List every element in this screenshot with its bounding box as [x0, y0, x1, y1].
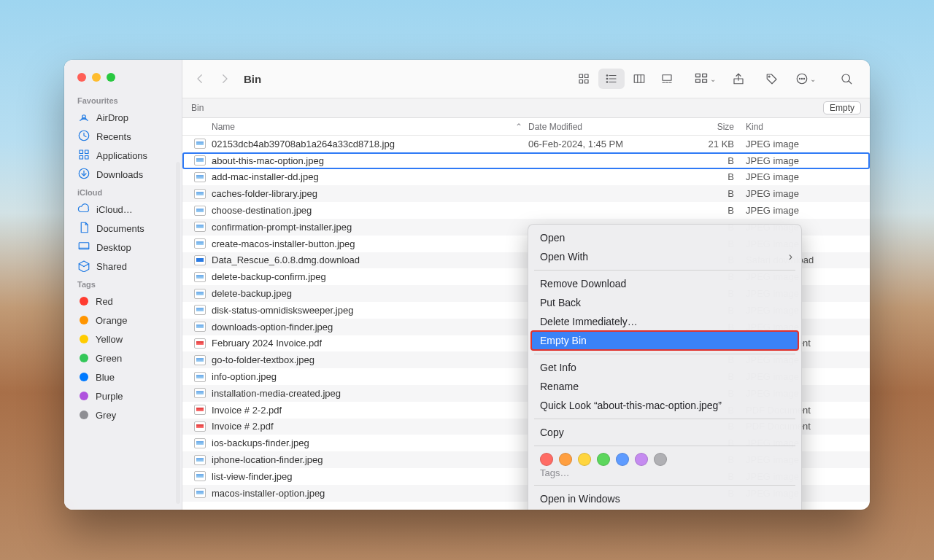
svg-point-37	[803, 78, 804, 79]
file-name: downloads-option-finder.jpeg	[212, 322, 333, 332]
file-icon	[194, 189, 206, 199]
sidebar-scrollbar[interactable]	[176, 162, 180, 504]
ctx-tag-color[interactable]	[635, 453, 648, 466]
ctx-tag-color[interactable]	[654, 453, 667, 466]
sidebar-item-label: Grey	[96, 410, 116, 421]
ctx-put-back[interactable]: Put Back	[528, 293, 801, 312]
file-name: about-this-mac-option.jpeg	[212, 155, 324, 166]
ctx-tag-color[interactable]	[540, 453, 553, 466]
grid-icon	[577, 72, 590, 85]
ctx-reveal-in-windows[interactable]: Reveal in Windows	[528, 508, 801, 510]
ctx-tag-color[interactable]	[597, 453, 610, 466]
ctx-empty-bin[interactable]: Empty Bin	[531, 331, 798, 350]
airdrop-icon	[77, 110, 90, 125]
ctx-open-in-windows[interactable]: Open in Windows	[528, 489, 801, 508]
sidebar-item-downloads[interactable]: Downloads	[64, 165, 182, 184]
icon-view-button[interactable]	[571, 69, 597, 89]
column-name[interactable]: Name	[212, 122, 235, 132]
close-button[interactable]	[77, 73, 86, 82]
table-row[interactable]: 02153dcb4ab39708ab1a264a33cd8718.jpg06-F…	[182, 136, 870, 152]
sidebar-item-desktop[interactable]: Desktop	[64, 238, 182, 257]
sidebar-item-green[interactable]: Green	[64, 349, 182, 368]
ctx-rename[interactable]: Rename	[528, 377, 801, 396]
file-name: iphone-location-finder.jpeg	[212, 454, 323, 465]
sidebar-item-blue[interactable]: Blue	[64, 368, 182, 386]
file-icon	[194, 155, 206, 166]
gallery-view-button[interactable]	[654, 69, 680, 89]
ctx-tag-color[interactable]	[578, 453, 591, 466]
ctx-tags-label[interactable]: Tags…	[528, 467, 801, 481]
columns-icon	[633, 72, 646, 85]
ctx-open-with[interactable]: Open With	[528, 247, 801, 266]
minimize-button[interactable]	[92, 73, 101, 82]
sidebar-item-airdrop[interactable]: AirDrop	[64, 108, 182, 127]
sidebar-item-recents[interactable]: Recents	[64, 127, 182, 146]
file-name: February 2024 Invoice.pdf	[212, 338, 322, 349]
path-crumb[interactable]: Bin	[191, 103, 204, 113]
file-name: add-mac-installer-dd.jpeg	[212, 171, 319, 182]
file-icon	[194, 139, 206, 149]
file-name: Data_Rescue_6.0.8.dmg.download	[212, 254, 360, 265]
ctx-get-info[interactable]: Get Info	[528, 358, 801, 377]
file-name: delete-backup.jpeg	[212, 288, 292, 299]
column-size[interactable]: Size	[676, 122, 746, 132]
sidebar-item-documents[interactable]: Documents	[64, 219, 182, 238]
sidebar-item-orange[interactable]: Orange	[64, 311, 182, 330]
column-view-button[interactable]	[626, 69, 652, 89]
path-bar: Bin Empty	[182, 98, 870, 118]
ctx-delete-immediately[interactable]: Delete Immediately…	[528, 312, 801, 331]
action-button[interactable]: ⌄	[794, 69, 817, 89]
ctx-tag-color[interactable]	[559, 453, 572, 466]
shared-icon	[77, 259, 90, 274]
tags-button[interactable]	[760, 69, 784, 89]
window-title: Bin	[244, 73, 261, 85]
group-by-button[interactable]: ⌄	[693, 69, 717, 89]
ctx-copy[interactable]: Copy	[528, 423, 801, 442]
zoom-button[interactable]	[107, 73, 115, 82]
file-name: 02153dcb4ab39708ab1a264a33cd8718.jpg	[212, 139, 395, 149]
column-date[interactable]: Date Modified	[528, 122, 676, 132]
sidebar-item-label: Applications	[96, 150, 147, 161]
file-icon	[194, 305, 206, 315]
recents-icon	[77, 129, 90, 144]
table-row[interactable]: add-mac-installer-dd.jpegBJPEG image	[182, 169, 870, 186]
table-row[interactable]: choose-destination.jpegBJPEG image	[182, 202, 870, 219]
forward-button[interactable]	[215, 69, 235, 89]
group-icon	[694, 71, 709, 86]
sidebar-item-icloud-[interactable]: iCloud…	[64, 200, 182, 219]
sidebar-item-applications[interactable]: Applications	[64, 146, 182, 165]
column-kind[interactable]: Kind	[746, 122, 861, 132]
file-size: B	[676, 205, 746, 216]
empty-bin-button[interactable]: Empty	[823, 101, 861, 114]
share-button[interactable]	[727, 69, 750, 89]
context-menu: Open Open With Remove Download Put Back …	[528, 224, 802, 510]
sidebar-item-grey[interactable]: Grey	[64, 405, 182, 424]
sidebar-item-label: Shared	[96, 261, 127, 272]
sort-ascending-icon[interactable]: ⌃	[515, 122, 522, 132]
ctx-remove-download[interactable]: Remove Download	[528, 274, 801, 293]
file-icon	[194, 206, 206, 216]
table-row[interactable]: about-this-mac-option.jpegBJPEG image	[182, 152, 870, 169]
file-kind: JPEG image	[746, 188, 861, 199]
sidebar-item-purple[interactable]: Purple	[64, 386, 182, 405]
back-button[interactable]	[190, 69, 210, 89]
ctx-open[interactable]: Open	[528, 228, 801, 247]
sidebar-group-title: Favourites	[64, 92, 182, 108]
desktop-icon	[77, 240, 90, 255]
svg-rect-2	[80, 150, 83, 154]
sidebar-item-red[interactable]: Red	[64, 292, 182, 311]
list-view-button[interactable]	[598, 69, 625, 89]
svg-rect-30	[696, 79, 700, 82]
toolbar: Bin ⌄	[182, 60, 870, 98]
ctx-quick-look[interactable]: Quick Look “about-this-mac-option.jpeg”	[528, 396, 801, 415]
ctx-tag-color[interactable]	[616, 453, 629, 466]
sidebar-item-shared[interactable]: Shared	[64, 257, 182, 276]
svg-point-36	[801, 78, 802, 79]
tag-dot-icon	[80, 354, 88, 362]
view-switcher	[571, 69, 680, 89]
table-row[interactable]: caches-folder-library.jpegBJPEG image	[182, 185, 870, 202]
sidebar-item-yellow[interactable]: Yellow	[64, 330, 182, 349]
gallery-icon	[660, 72, 674, 85]
sidebar: FavouritesAirDropRecentsApplicationsDown…	[64, 60, 182, 510]
search-button[interactable]	[835, 69, 858, 89]
